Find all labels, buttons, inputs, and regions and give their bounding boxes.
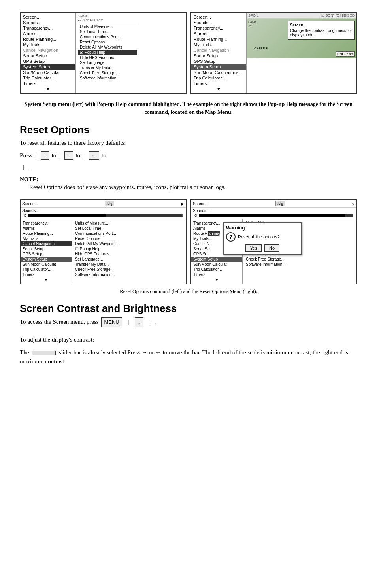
r-menu-transparency[interactable]: Transparency... [191, 25, 246, 31]
note-body: Reset Options does not erase any waypoin… [20, 183, 357, 192]
left-menu-right: SPOIL ▸x ↺ "C HIBISCO Units of Measure..… [76, 13, 139, 93]
key-menu[interactable]: MENU [101, 317, 122, 327]
r-menu-route[interactable]: Route Planning... [191, 36, 246, 42]
press-label: Press [20, 152, 32, 159]
br-scroll[interactable]: ▼ [191, 277, 242, 282]
bs-arrow-l: ▶ [181, 202, 184, 206]
bs-cancel[interactable]: Cancel Navigation [21, 241, 72, 246]
warning-text: Reset all the options? [238, 234, 280, 239]
bsr-comm[interactable]: Communications Port... [74, 231, 119, 236]
bsr-local[interactable]: Set Local Time... [74, 226, 119, 231]
bsr-popup[interactable]: ☐ Popup Help [74, 246, 119, 251]
bs-alarms[interactable]: Alarms [21, 226, 72, 231]
br-system[interactable]: System Setup [191, 257, 242, 262]
right-menu-panel: Screen... Sounds... Transparency... Alar… [191, 13, 356, 93]
bs-trip[interactable]: Trip Calculator... [21, 267, 72, 272]
bsr-lang[interactable]: Set Language... [74, 257, 119, 262]
bsr-delete[interactable]: Delete All My Waypoints [74, 241, 119, 246]
bs-gps[interactable]: GPS Setup [21, 251, 72, 257]
key-screen[interactable]: ↓ [135, 317, 143, 327]
sub-local[interactable]: Set Local Time... [78, 29, 137, 34]
key-enter[interactable]: ← [89, 151, 99, 160]
bsr-check[interactable]: Check Free Storage... [74, 267, 119, 272]
no-button[interactable]: No [264, 244, 279, 252]
menu-item-transparency[interactable]: Transparency... [21, 25, 75, 31]
bs-sun[interactable]: Sun/Moon Calculat [21, 262, 72, 267]
screen-intro: To access the Screen menu, press MENU | … [20, 317, 357, 327]
route-warning: anning [208, 231, 220, 236]
slider-row-l: O [22, 213, 184, 218]
r-menu-trails[interactable]: My Trails... [191, 42, 246, 47]
sub-transfer[interactable]: Transfer My Data... [78, 65, 137, 70]
sub-hide[interactable]: Hide GPS Features [78, 55, 137, 60]
sep1: | [36, 152, 37, 159]
brr-check[interactable]: Check Free Storage... [245, 257, 287, 262]
r-menu-sonar[interactable]: Sonar Setup [191, 53, 246, 59]
menu-item-alarms[interactable]: Alarms [21, 31, 75, 36]
r-menu-cancel[interactable]: Cancel Navigation [191, 47, 246, 53]
sounds-l: Sounds... [22, 208, 39, 213]
menu-item-gps[interactable]: GPS Setup [21, 59, 75, 64]
bsr-reset[interactable]: Reset Options [74, 236, 119, 241]
bs-screen-l: Screen... [22, 202, 38, 206]
r-menu-trip[interactable]: Trip Calculator... [191, 75, 246, 81]
menu-item-cancel[interactable]: Cancel Navigation [21, 47, 75, 53]
bs-route[interactable]: Route Planning... [21, 231, 72, 236]
slider-bar-l [28, 214, 183, 217]
sep2: | [59, 152, 60, 159]
bs-transparency[interactable]: Transparency... [21, 221, 72, 226]
gps-map-area: SPOIL ☑ SON" "C HIBISCO Screen... Change… [247, 13, 356, 93]
key-down-2[interactable]: ↓ [64, 151, 73, 160]
menu-item-sun[interactable]: Sun/Moon Calculat [21, 70, 75, 75]
warning-body-row: ? Reset all the options? [226, 232, 299, 242]
bs-sonar[interactable]: Sonar Setup [21, 246, 72, 251]
bs-system[interactable]: System Setup [21, 257, 72, 262]
menu-item-screen[interactable]: Screen... [21, 14, 75, 20]
rng-label: RNG: 2 nm [336, 51, 355, 57]
br-timers[interactable]: Timers [191, 272, 242, 277]
sub-lang[interactable]: Set Language... [78, 60, 137, 65]
sub-delete[interactable]: Delete All My Waypoints [78, 45, 137, 50]
sub-comm[interactable]: Communications Port... [78, 34, 137, 40]
br-sun[interactable]: Sun/Moon Calculat [191, 262, 242, 267]
br-trip[interactable]: Trip Calculator... [191, 267, 242, 272]
bs-screen-r: Screen... [193, 202, 209, 206]
bsr-hide[interactable]: Hide GPS Features [74, 251, 119, 257]
bsr-units[interactable]: Units of Measure... [74, 221, 119, 226]
r-menu-gps[interactable]: GPS Setup [191, 59, 246, 64]
popup-help-body: Change the contrast, brightness, or disp… [290, 28, 352, 37]
bsr-transfer[interactable]: Transfer My Data... [74, 262, 119, 267]
key-down-1[interactable]: ↓ [41, 151, 49, 160]
menu-scroll-down[interactable]: ▼ [21, 86, 75, 92]
bsr-software[interactable]: Software Information... [74, 272, 119, 277]
menu-item-system[interactable]: System Setup [21, 64, 75, 70]
warning-icon: ? [226, 232, 236, 242]
menu-item-timers[interactable]: Timers [21, 81, 75, 86]
left-menu-panel: Screen... Sounds... Transparency... Alar… [21, 13, 186, 93]
r-menu-sounds[interactable]: Sounds... [191, 20, 246, 25]
r-menu-timers[interactable]: Timers [191, 81, 246, 86]
r-menu-screen[interactable]: Screen... [191, 14, 246, 20]
menu-item-trails[interactable]: My Trails... [21, 42, 75, 47]
menu-item-route[interactable]: Route Planning... [21, 36, 75, 42]
sub-check[interactable]: Check Free Storage... [78, 70, 137, 76]
bs-scroll[interactable]: ▼ [21, 277, 72, 282]
r-menu-scroll[interactable]: ▼ [191, 86, 246, 92]
yes-button[interactable]: Yes [245, 244, 262, 252]
brr-software[interactable]: Software Information... [245, 262, 287, 267]
menu-item-trip[interactable]: Trip Calculator... [21, 75, 75, 81]
r-menu-sun[interactable]: Sun/Moon Calculations... [191, 70, 246, 75]
bs-timers[interactable]: Timers [21, 272, 72, 277]
sub-reset[interactable]: Reset Options [78, 40, 137, 45]
sub-units[interactable]: Units of Measure... [78, 24, 137, 29]
screen-contrast-heading: Screen Contrast and Brightness [20, 303, 357, 315]
r-menu-alarms[interactable]: Alarms [191, 31, 246, 36]
sub-popup[interactable]: ☒ Popup Help [78, 50, 137, 55]
bs-trails[interactable]: My Trails... [21, 236, 72, 241]
right-screenshot: Screen... Sounds... Transparency... Alar… [190, 12, 357, 94]
menu-item-sonar[interactable]: Sonar Setup [21, 53, 75, 59]
sub-software[interactable]: Software Information... [78, 76, 137, 81]
r-menu-system[interactable]: System Setup [191, 64, 246, 70]
menu-item-sounds[interactable]: Sounds... [21, 20, 75, 25]
slider-zero-r: O [194, 214, 197, 217]
